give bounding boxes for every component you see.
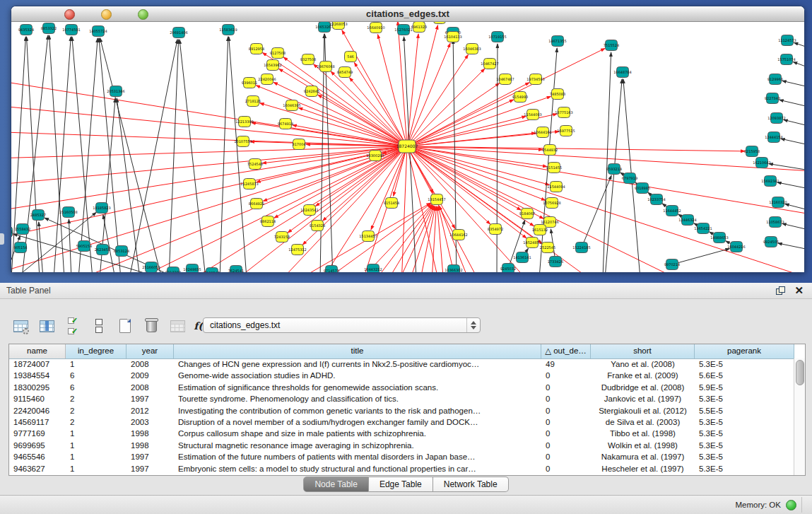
cell-title: Changes of HCN gene expression and I(f) … bbox=[174, 358, 541, 370]
svg-text:9129966: 9129966 bbox=[767, 77, 783, 81]
svg-text:7243158: 7243158 bbox=[274, 235, 290, 239]
cell-title: Estimation of the future numbers of pati… bbox=[174, 451, 541, 462]
svg-text:8853124: 8853124 bbox=[114, 249, 129, 253]
table-selector-dropdown[interactable]: citations_edges.txt bbox=[203, 317, 481, 333]
cell-short: Yano et al. (2008) bbox=[591, 358, 695, 370]
tab-network-table[interactable]: Network Table bbox=[433, 477, 509, 492]
svg-text:25160508: 25160508 bbox=[59, 210, 77, 214]
svg-text:9327508: 9327508 bbox=[300, 57, 316, 62]
cell-pagerank: 5.3E-5 bbox=[695, 416, 794, 428]
graph-node-9613923[interactable] bbox=[434, 22, 446, 24]
svg-text:10719155: 10719155 bbox=[488, 35, 506, 39]
svg-text:905154: 905154 bbox=[13, 245, 27, 250]
table-row[interactable]: 946362711997Embryonic stem cells: a mode… bbox=[9, 463, 794, 474]
svg-text:16640910: 16640910 bbox=[367, 25, 384, 30]
table-row[interactable]: 2242004622012Investigating the contribut… bbox=[9, 405, 794, 416]
table-row[interactable]: 1830029562008Estimation of significance … bbox=[9, 382, 794, 393]
network-window-titlebar[interactable]: citations_edges.txt bbox=[11, 6, 804, 22]
cell-name: 9699695 bbox=[9, 440, 66, 451]
table-row[interactable]: 1456911722003Disruption of a novel membe… bbox=[9, 416, 794, 428]
close-icon[interactable]: ✕ bbox=[794, 284, 804, 297]
svg-text:20531346: 20531346 bbox=[107, 89, 124, 93]
table-selector-value: citations_edges.txt bbox=[204, 318, 466, 332]
svg-text:14988653: 14988653 bbox=[710, 235, 728, 240]
select-column-icon[interactable] bbox=[37, 317, 56, 335]
vertical-scrollbar[interactable] bbox=[794, 358, 805, 475]
cell-out_degree: 0 bbox=[541, 382, 591, 393]
minimize-traffic-light[interactable] bbox=[101, 9, 112, 20]
svg-text:28676068: 28676068 bbox=[317, 64, 334, 69]
delete-column-icon[interactable] bbox=[142, 317, 160, 335]
close-traffic-light[interactable] bbox=[64, 9, 75, 20]
svg-text:546: 546 bbox=[347, 54, 354, 59]
column-header-year[interactable]: year bbox=[126, 344, 174, 358]
svg-text:2522545: 2522545 bbox=[540, 245, 555, 250]
float-window-icon[interactable] bbox=[776, 286, 785, 295]
cell-in_degree: 1 bbox=[66, 463, 126, 474]
cell-out_degree: 0 bbox=[541, 405, 591, 416]
svg-text:8853322: 8853322 bbox=[41, 26, 57, 30]
table-row[interactable]: 911546021997Tourette syndrome. Phenomeno… bbox=[9, 393, 794, 404]
zoom-traffic-light[interactable] bbox=[138, 9, 148, 20]
cell-pagerank: 5.9E-5 bbox=[695, 382, 794, 393]
table-panel-title: Table Panel bbox=[0, 283, 812, 298]
cell-out_degree: 0 bbox=[541, 393, 591, 404]
tab-edge-table[interactable]: Edge Table bbox=[369, 477, 433, 492]
column-header-pagerank[interactable]: pagerank bbox=[695, 344, 794, 358]
svg-text:1615132: 1615132 bbox=[532, 228, 548, 232]
cell-year: 1997 bbox=[126, 393, 174, 404]
table-row[interactable]: 1872400712008Changes of HCN gene express… bbox=[9, 358, 794, 370]
network-window-title: citations_edges.txt bbox=[11, 6, 804, 21]
svg-text:9151454: 9151454 bbox=[384, 201, 399, 205]
cell-title: Estimation of significance thresholds fo… bbox=[174, 382, 541, 393]
scrollbar-thumb[interactable] bbox=[796, 360, 804, 385]
cell-pagerank: 5.3E-5 bbox=[695, 440, 794, 451]
svg-text:12093872: 12093872 bbox=[767, 116, 785, 120]
svg-text:25166058: 25166058 bbox=[142, 265, 160, 269]
svg-text:16120746: 16120746 bbox=[541, 220, 558, 224]
collapsed-panel-handle[interactable] bbox=[0, 233, 4, 245]
svg-text:11245873: 11245873 bbox=[240, 182, 258, 186]
cell-short: de Silva et al. (2003) bbox=[591, 416, 695, 428]
table-row[interactable]: 969969511998Structural magnetic resonanc… bbox=[9, 440, 794, 451]
svg-text:10366302: 10366302 bbox=[445, 268, 462, 272]
svg-text:8215958: 8215958 bbox=[744, 149, 760, 153]
tab-node-table[interactable]: Node Table bbox=[303, 477, 369, 492]
svg-text:6961323: 6961323 bbox=[411, 25, 427, 29]
column-header-title[interactable]: title bbox=[174, 344, 541, 358]
svg-text:10644162: 10644162 bbox=[449, 233, 467, 237]
svg-text:16210643: 16210643 bbox=[753, 160, 770, 165]
cell-year: 1998 bbox=[126, 428, 174, 439]
svg-text:10756928: 10756928 bbox=[543, 201, 560, 205]
cell-short: Franke et al. (2009) bbox=[591, 370, 695, 381]
column-header-out_degree[interactable]: △ out_de… bbox=[541, 344, 591, 358]
svg-text:7515524: 7515524 bbox=[604, 43, 619, 47]
svg-text:10233754: 10233754 bbox=[647, 197, 665, 201]
table-row[interactable]: 1938455462009Genome-wide association stu… bbox=[9, 370, 794, 381]
column-header-in_degree[interactable]: in_degree bbox=[66, 344, 126, 358]
table-row[interactable]: 977716911998Corpus callosum shape and si… bbox=[9, 428, 794, 439]
status-divider bbox=[801, 497, 802, 513]
table-mode-icon[interactable] bbox=[11, 317, 30, 335]
row-height-icon[interactable] bbox=[90, 317, 108, 335]
column-header-short[interactable]: short bbox=[591, 344, 695, 358]
svg-text:9184067: 9184067 bbox=[519, 211, 535, 216]
svg-text:14055724: 14055724 bbox=[89, 29, 107, 33]
cell-in_degree: 2 bbox=[66, 393, 126, 404]
column-header-name[interactable]: name bbox=[9, 344, 66, 358]
svg-text:12160320: 12160320 bbox=[769, 200, 787, 204]
svg-text:9435324: 9435324 bbox=[18, 28, 34, 32]
svg-text:1733426: 1733426 bbox=[548, 259, 563, 264]
status-bar: Memory: OK bbox=[0, 495, 812, 514]
cell-in_degree: 6 bbox=[66, 382, 126, 393]
table-row[interactable]: 946554611997Estimation of the future num… bbox=[9, 451, 794, 462]
show-columns-icon[interactable]: ✓ ✓ bbox=[64, 317, 82, 335]
cell-out_degree: 0 bbox=[541, 428, 591, 439]
svg-text:22268053: 22268053 bbox=[329, 22, 347, 26]
new-column-icon[interactable] bbox=[116, 317, 134, 335]
table-header-row: namein_degreeyeartitle△ out_de…shortpage… bbox=[9, 344, 805, 359]
svg-text:11644452: 11644452 bbox=[663, 209, 681, 213]
cell-out_degree: 0 bbox=[541, 451, 591, 462]
svg-text:16046383: 16046383 bbox=[463, 47, 481, 51]
network-canvas[interactable]: 9435324885332210774591140557242069140611… bbox=[11, 22, 804, 272]
